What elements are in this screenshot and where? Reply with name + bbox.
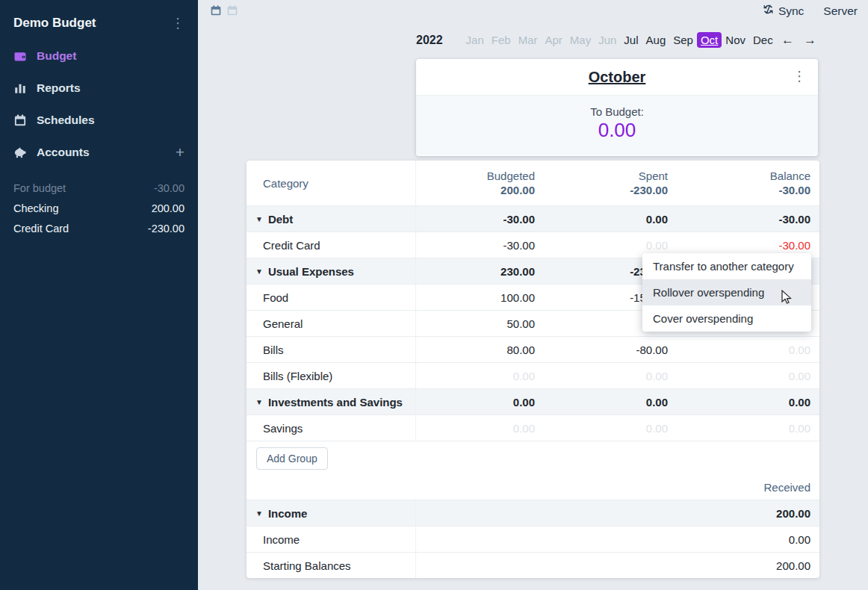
category-name[interactable]: Income <box>247 527 416 552</box>
menu-item-transfer-to-another-category[interactable]: Transfer to another category <box>642 253 811 279</box>
sync-icon <box>763 4 774 18</box>
calendar-icon <box>13 114 27 127</box>
month-nov[interactable]: Nov <box>722 32 749 48</box>
group-row-debt[interactable]: ▼Debt -30.00 0.00 -30.00 <box>247 205 819 232</box>
budgeted-cell: -30.00 <box>416 206 544 232</box>
spent-cell: 0.00 <box>544 389 677 414</box>
month-jul[interactable]: Jul <box>620 32 642 48</box>
account-label: For budget <box>13 182 66 195</box>
balance-total[interactable]: -30.00 <box>778 183 810 197</box>
budgeted-cell[interactable]: 0.00 <box>416 415 544 441</box>
group-row-income[interactable]: ▼Income 200.00 <box>247 500 819 526</box>
received-cell: 200.00 <box>416 500 819 526</box>
account-row-credit-card[interactable]: Credit Card -230.00 <box>0 219 198 239</box>
main-content: Sync Server 2022 Jan Feb Mar Apr May Jun… <box>198 0 868 590</box>
month-aug[interactable]: Aug <box>642 32 670 48</box>
spent-cell[interactable]: 0.00 <box>544 415 677 441</box>
budgeted-cell[interactable]: -30.00 <box>416 232 544 258</box>
sidebar-item-label: Schedules <box>37 114 95 127</box>
month-dec[interactable]: Dec <box>749 32 777 48</box>
group-name[interactable]: Debt <box>268 213 293 226</box>
category-row-starting-balances: Starting Balances 200.00 <box>247 552 819 578</box>
category-name[interactable]: Bills (Flexible) <box>247 363 416 388</box>
group-name[interactable]: Usual Expenses <box>268 265 354 278</box>
month-oct-selected[interactable]: Oct <box>697 32 722 48</box>
sidebar-item-label: Budget <box>37 49 76 63</box>
balance-header: Balance <box>770 169 810 183</box>
add-account-icon[interactable]: + <box>176 143 185 161</box>
add-group-button[interactable]: Add Group <box>256 447 328 470</box>
prev-month-arrow[interactable]: ← <box>781 33 794 48</box>
received-cell[interactable]: 0.00 <box>416 527 819 552</box>
one-month-view-icon[interactable] <box>210 4 222 16</box>
budget-file-title[interactable]: Demo Budget <box>13 16 96 31</box>
category-name[interactable]: Food <box>247 285 416 310</box>
sync-button[interactable]: Sync <box>763 4 804 18</box>
server-button[interactable]: Server <box>823 4 858 18</box>
budgeted-cell[interactable]: 50.00 <box>416 311 544 336</box>
sidebar-item-budget[interactable]: Budget <box>0 40 198 72</box>
budgeted-cell[interactable]: 0.00 <box>416 363 544 388</box>
spent-total[interactable]: -230.00 <box>630 183 668 197</box>
month-apr[interactable]: Apr <box>541 32 565 48</box>
budgeted-cell[interactable]: 100.00 <box>416 285 544 310</box>
budgeted-total[interactable]: 200.00 <box>500 183 535 197</box>
balance-cell[interactable]: 0.00 <box>677 415 819 441</box>
month-sep[interactable]: Sep <box>669 32 697 48</box>
category-row-bills: Bills 80.00 -80.00 0.00 <box>247 336 819 362</box>
menu-item-rollover-overspending[interactable]: Rollover overspending <box>642 279 811 305</box>
category-name[interactable]: Bills <box>247 337 416 362</box>
budgeted-cell[interactable]: 80.00 <box>416 337 544 362</box>
budgeted-cell: 230.00 <box>416 258 544 284</box>
month-title[interactable]: October <box>589 69 646 86</box>
balance-cell: -30.00 <box>677 206 819 232</box>
multi-month-view-icon[interactable] <box>226 4 238 16</box>
balance-cell[interactable]: 0.00 <box>677 363 819 388</box>
sidebar-item-schedules[interactable]: Schedules <box>0 104 198 136</box>
sidebar-item-reports[interactable]: Reports <box>0 72 198 104</box>
table-header-row: Category Budgeted 200.00 Spent -230.00 B… <box>247 161 819 205</box>
menu-item-cover-overspending[interactable]: Cover overspending <box>642 305 811 332</box>
sidebar: Demo Budget ⋮ Budget Reports Schedules <box>0 0 198 590</box>
category-name[interactable]: Starting Balances <box>247 553 416 578</box>
budget-menu-kebab-icon[interactable]: ⋮ <box>171 16 185 30</box>
balance-cell: 0.00 <box>677 389 819 414</box>
month-mar[interactable]: Mar <box>515 32 542 48</box>
category-row-income: Income 0.00 <box>247 526 819 552</box>
account-label: Checking <box>13 202 58 215</box>
spent-cell[interactable]: -80.00 <box>544 337 677 362</box>
category-name[interactable]: Credit Card <box>247 232 416 258</box>
balance-cell[interactable]: 0.00 <box>677 337 819 362</box>
month-jan[interactable]: Jan <box>462 32 488 48</box>
account-row-for-budget[interactable]: For budget -30.00 <box>0 178 198 199</box>
year-label: 2022 <box>416 34 443 47</box>
collapse-triangle-icon[interactable]: ▼ <box>255 215 263 223</box>
month-feb[interactable]: Feb <box>488 32 515 48</box>
next-month-arrow[interactable]: → <box>804 33 816 48</box>
sidebar-accounts-list: For budget -30.00 Checking 200.00 Credit… <box>0 178 198 239</box>
group-row-investments-and-savings[interactable]: ▼Investments and Savings 0.00 0.00 0.00 <box>247 388 819 414</box>
to-budget-value[interactable]: 0.00 <box>416 119 818 142</box>
collapse-triangle-icon[interactable]: ▼ <box>255 509 263 518</box>
sidebar-item-accounts[interactable]: Accounts + <box>0 136 198 168</box>
app-window: Demo Budget ⋮ Budget Reports Schedules <box>0 0 868 590</box>
collapse-triangle-icon[interactable]: ▼ <box>255 267 263 276</box>
category-header: Category <box>247 161 416 205</box>
month-navigation: 2022 Jan Feb Mar Apr May Jun Jul Aug Sep… <box>416 32 818 48</box>
category-name[interactable]: General <box>247 311 416 336</box>
spent-cell[interactable]: 0.00 <box>544 363 677 388</box>
category-row-savings: Savings 0.00 0.00 0.00 <box>247 414 819 441</box>
account-balance: -230.00 <box>148 223 185 235</box>
received-column-header: Received <box>247 475 819 500</box>
category-name[interactable]: Savings <box>247 415 416 441</box>
sidebar-item-label: Accounts <box>37 146 90 159</box>
month-menu-kebab-icon[interactable]: ⋮ <box>793 69 806 83</box>
month-jun[interactable]: Jun <box>595 32 620 48</box>
account-row-checking[interactable]: Checking 200.00 <box>0 199 198 219</box>
bar-chart-icon <box>13 81 27 95</box>
group-name[interactable]: Investments and Savings <box>268 396 403 409</box>
group-name[interactable]: Income <box>268 507 308 520</box>
collapse-triangle-icon[interactable]: ▼ <box>255 398 263 406</box>
month-may[interactable]: May <box>566 32 595 48</box>
received-cell[interactable]: 200.00 <box>416 553 819 578</box>
